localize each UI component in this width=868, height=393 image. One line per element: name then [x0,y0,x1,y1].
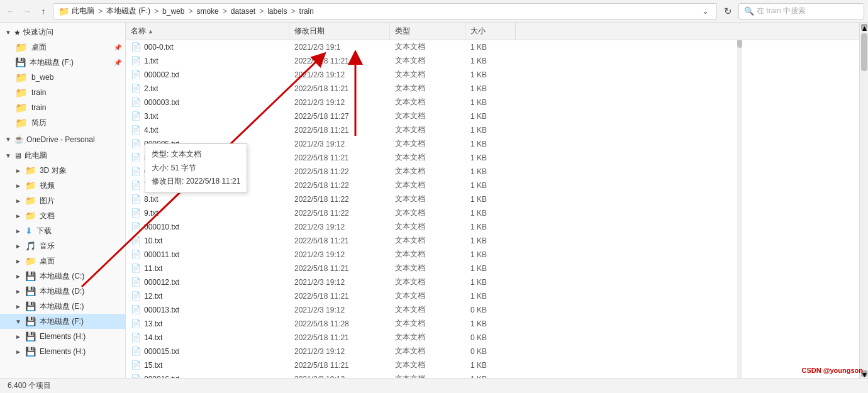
file-name-cell: 📄 000-0.txt [126,42,289,52]
right-scrollbar[interactable]: ▲ ▼ [859,23,868,378]
sidebar-quick-access-header[interactable]: ▼ ★ 快速访问 [0,25,125,40]
table-row[interactable]: 📄 000012.txt 2021/2/3 19:12 文本文档 1 KB [126,275,859,289]
forward-button[interactable]: → [20,4,34,18]
table-row[interactable]: 📄 2.txt 2022/5/18 11:21 文本文档 1 KB [126,82,859,96]
address-dropdown-button[interactable]: ⌄ [699,4,711,18]
table-row[interactable]: 📄 11.txt 2022/5/18 11:21 文本文档 1 KB [126,262,859,275]
sidebar-item-docs[interactable]: ► 📁 文档 [0,208,125,223]
drive-h1-icon: 💾 [25,331,36,341]
table-row[interactable]: 📄 000010.txt 2021/2/3 19:12 文本文档 1 KB [126,220,859,234]
sidebar-item-f-active[interactable]: ▼ 💾 本地磁盘 (F:) [0,314,125,329]
txt-file-icon: 📄 [131,125,141,135]
txt-file-icon: 📄 [131,153,141,162]
expand-docs: ► [15,213,21,219]
folder-icon-desktop: 📁 [15,42,28,53]
table-row[interactable]: 📄 10.txt 2022/5/18 11:21 文本文档 1 KB [126,234,859,248]
sidebar-item-music[interactable]: ► 🎵 音乐 [0,238,125,253]
txt-file-icon: 📄 [131,222,141,231]
table-row[interactable]: 📄 4.txt 2022/5/18 11:21 文本文档 1 KB [126,123,859,137]
sidebar-computer-header[interactable]: ▼ 🖥 此电脑 [0,148,125,163]
sidebar-item-downloads[interactable]: ► ⬇ 下载 [0,223,125,238]
file-size-cell: 1 KB [465,167,516,176]
table-row[interactable]: 📄 1.txt 2022/5/18 11:21 文本文档 1 KB [126,54,859,68]
txt-file-icon: 📄 [131,250,141,259]
txt-file-icon: 📄 [131,97,141,107]
file-type-cell: 文本文档 [390,304,465,315]
file-date-cell: 2021/2/3 19:1 [289,43,390,52]
table-row[interactable]: 📄 8.txt 2022/5/18 11:22 文本文档 1 KB [126,192,859,206]
sidebar-item-d[interactable]: ► 💾 本地磁盘 (D:) [0,284,125,299]
col-size[interactable]: 大小 [465,23,516,40]
scrollbar-up-arrow[interactable]: ▲ [861,24,867,30]
col-modified[interactable]: 修改日期 [289,23,390,40]
txt-file-icon: 📄 [131,56,141,65]
file-size-cell: 1 KB [465,223,516,231]
status-count: 6,400 个项目 [8,380,51,391]
file-name-cell: 📄 11.txt [126,263,289,273]
file-type-cell: 文本文档 [390,360,465,370]
up-button[interactable]: ↑ [36,4,50,18]
file-date-cell: 2022/5/18 11:21 [289,84,390,93]
col-name[interactable]: 名称 ▲ [126,23,289,40]
table-row[interactable]: 📄 000015.txt 2021/2/3 19:12 文本文档 0 KB [126,345,859,358]
table-row[interactable]: 📄 000013.txt 2021/2/3 19:12 文本文档 0 KB [126,303,859,317]
table-row[interactable]: 📄 13.txt 2022/5/18 11:28 文本文档 1 KB [126,317,859,331]
sidebar-item-resume[interactable]: 📁 简历 [0,115,125,130]
search-box[interactable]: 🔍 在 train 中搜索 [738,3,864,19]
file-size-cell: 1 KB [465,250,516,259]
search-placeholder: 在 train 中搜索 [757,6,806,16]
sidebar-item-h1[interactable]: ► 💾 Elements (H:) [0,329,125,344]
sidebar-item-c[interactable]: ► 💾 本地磁盘 (C:) [0,268,125,284]
back-button[interactable]: ← [4,4,18,18]
txt-file-icon: 📄 [131,208,141,218]
table-row[interactable]: 📄 000002.txt 2021/2/3 19:12 文本文档 1 KB [126,68,859,82]
breadcrumb-smoke: smoke [196,7,218,16]
table-row[interactable]: 📄 000011.txt 2021/2/3 19:12 文本文档 1 KB [126,248,859,262]
file-name-cell: 📄 6.txt [126,167,289,176]
table-row[interactable]: 📄 12.txt 2022/5/18 11:21 文本文档 1 KB [126,289,859,303]
table-row[interactable]: 📄 14.txt 2022/5/18 11:21 文本文档 0 KB [126,331,859,345]
computer-label: 此电脑 [25,150,47,161]
sidebar-item-desktop-label: 桌面 [31,42,47,53]
table-row[interactable]: 📄 000016.txt 2021/2/3 19:12 文本文档 1 KB [126,372,859,378]
expand-desktop2: ► [15,258,21,265]
file-name-cell: 📄 000013.txt [126,305,289,314]
sidebar-scrollbar[interactable] [737,23,742,378]
onedrive-label: OneDrive - Personal [26,135,95,144]
sidebar-item-h2[interactable]: ► 💾 Elements (H:) [0,344,125,359]
table-row[interactable]: 📄 3.txt 2022/5/18 11:27 文本文档 1 KB [126,109,859,123]
sidebar-onedrive-header[interactable]: ▼ ☕ OneDrive - Personal [0,133,125,146]
sidebar-item-video[interactable]: ► 📁 视频 [0,178,125,193]
scrollbar-thumb[interactable] [861,33,867,71]
table-row[interactable]: 📄 7.txt 2022/5/18 11:22 文本文档 1 KB [126,179,859,192]
table-row[interactable]: 📄 000005.txt 2021/2/3 19:12 文本文档 1 KB [126,137,859,151]
sidebar-item-3d[interactable]: ► 📁 3D 对象 [0,163,125,178]
folder-icon-train2: 📁 [15,102,28,114]
sidebar-item-e[interactable]: ► 💾 本地磁盘 (E:) [0,299,125,314]
file-date-cell: 2021/2/3 19:12 [289,70,390,79]
folder-downloads-icon: ⬇ [25,226,33,236]
sidebar-item-bweb[interactable]: 📁 b_web [0,70,125,85]
file-date-cell: 2022/5/18 11:21 [289,126,390,135]
table-row[interactable]: 📄 9.txt 2022/5/18 11:22 文本文档 1 KB [126,206,859,220]
sidebar-item-music-label: 音乐 [40,241,55,252]
file-type-cell: 文本文档 [390,277,465,287]
table-row[interactable]: 📄 000003.txt 2021/2/3 19:12 文本文档 1 KB [126,96,859,109]
table-row[interactable]: 📄 5.txt 2022/5/18 11:21 文本文档 1 KB [126,151,859,165]
table-row[interactable]: 📄 000-0.txt 2021/2/3 19:1 文本文档 1 KB [126,40,859,54]
file-name-cell: 📄 1.txt [126,56,289,65]
scrollbar-down-arrow[interactable]: ▼ [861,370,867,377]
refresh-button[interactable]: ↻ [720,3,736,19]
table-row[interactable]: 📄 6.txt 2022/5/18 11:22 文本文档 1 KB [126,165,859,179]
sidebar-item-desktop2[interactable]: ► 📁 桌面 [0,253,125,268]
sidebar-item-pictures[interactable]: ► 📁 图片 [0,193,125,208]
sidebar-item-desktop[interactable]: 📁 桌面 📌 [0,40,125,55]
sidebar-item-train2[interactable]: 📁 train [0,100,125,115]
sidebar-item-local-f[interactable]: 💾 本地磁盘 (F:) 📌 [0,55,125,70]
address-bar[interactable]: 📁 此电脑 > 本地磁盘 (F:) > b_web > smoke > data… [53,3,717,19]
table-row[interactable]: 📄 15.txt 2022/5/18 11:21 文本文档 1 KB [126,358,859,372]
expand-downloads: ► [15,228,21,235]
col-type[interactable]: 类型 [390,23,465,40]
sidebar-item-c-label: 本地磁盘 (C:) [40,271,84,282]
sidebar-item-train1[interactable]: 📁 train [0,85,125,100]
